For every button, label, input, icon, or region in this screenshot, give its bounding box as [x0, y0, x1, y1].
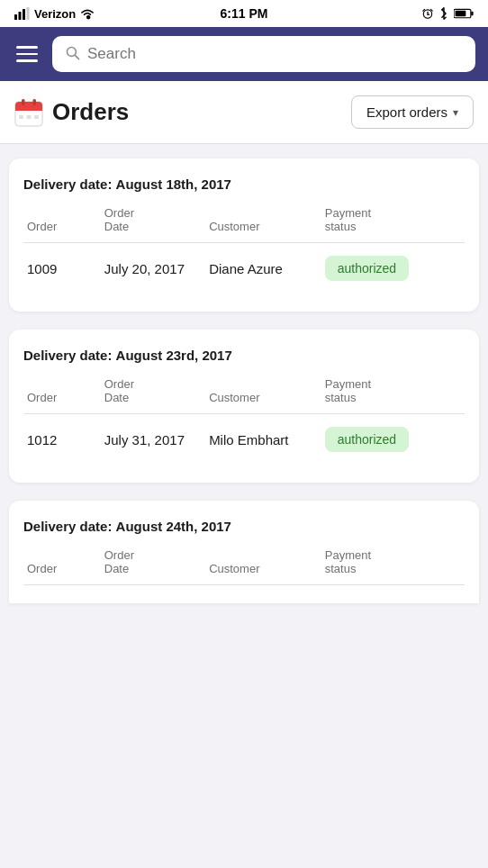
order-date: July 31, 2017: [101, 414, 205, 466]
delivery-date-label-3: Delivery date:: [23, 519, 112, 534]
orders-content: Delivery date: August 18th, 2017 Order O…: [0, 144, 488, 618]
col-header-orderdate-1: OrderDate: [101, 206, 205, 243]
svg-rect-3: [27, 7, 30, 20]
svg-rect-11: [471, 12, 473, 16]
svg-rect-2: [23, 9, 25, 20]
col-header-order-3: Order: [23, 548, 101, 585]
orders-table-2: Order OrderDate Customer Paymentstatus 1…: [23, 377, 465, 465]
hamburger-line: [16, 46, 38, 49]
table-header-row-2: Order OrderDate Customer Paymentstatus: [23, 377, 465, 414]
alarm-icon: [421, 7, 434, 20]
col-header-order-2: Order: [23, 377, 101, 414]
status-bar-left: Verizon: [14, 7, 95, 21]
table-header-row-3: Order OrderDate Customer Paymentstatus: [23, 548, 465, 585]
page-title-wrap: Orders: [14, 98, 129, 127]
search-icon: [65, 45, 80, 64]
order-date: July 20, 2017: [101, 243, 205, 294]
svg-rect-17: [15, 107, 42, 111]
carrier-label: Verizon: [34, 7, 76, 21]
order-customer: Diane Azure: [205, 243, 321, 294]
col-header-payment-2: Paymentstatus: [321, 377, 465, 414]
status-badge: authorized: [325, 256, 409, 281]
hamburger-line: [16, 59, 38, 62]
table-header-row-1: Order OrderDate Customer Paymentstatus: [23, 206, 465, 243]
svg-rect-0: [14, 14, 17, 20]
order-group-1: Delivery date: August 18th, 2017 Order O…: [9, 158, 479, 312]
col-header-customer-3: Customer: [205, 548, 321, 585]
svg-rect-12: [456, 11, 466, 16]
svg-rect-21: [27, 115, 32, 119]
status-bar-time: 6:11 PM: [221, 6, 268, 21]
page-header: Orders Export orders ▾: [0, 81, 488, 144]
col-header-payment-1: Paymentstatus: [321, 206, 465, 243]
page-title: Orders: [52, 98, 129, 126]
delivery-date-label-2: Delivery date:: [23, 348, 112, 363]
calendar-icon: [14, 98, 43, 127]
status-bar: Verizon 6:11 PM: [0, 0, 488, 27]
orders-table-3: Order OrderDate Customer Paymentstatus: [23, 548, 465, 585]
order-number: 1012: [23, 414, 101, 466]
svg-line-14: [75, 55, 78, 59]
order-number: 1009: [23, 243, 101, 294]
status-badge: authorized: [325, 427, 409, 452]
delivery-date-1: Delivery date: August 18th, 2017: [23, 176, 465, 192]
order-customer: Milo Embhart: [205, 414, 321, 466]
order-status: authorized: [321, 414, 465, 466]
svg-line-7: [423, 9, 425, 11]
status-bar-right: [421, 7, 474, 20]
svg-rect-22: [34, 115, 39, 119]
delivery-date-value-3: August 24th, 2017: [116, 519, 231, 534]
col-header-orderdate-3: OrderDate: [101, 548, 205, 585]
battery-icon: [454, 8, 474, 19]
svg-line-8: [431, 9, 433, 11]
order-group-2: Delivery date: August 23rd, 2017 Order O…: [9, 330, 479, 483]
search-input[interactable]: [87, 45, 463, 63]
table-row: 1009 July 20, 2017 Diane Azure authorize…: [23, 243, 465, 294]
bluetooth-icon: [439, 7, 448, 20]
search-bar[interactable]: [52, 36, 475, 72]
delivery-date-value-2: August 23rd, 2017: [116, 348, 232, 363]
svg-rect-19: [33, 99, 37, 105]
delivery-date-value-1: August 18th, 2017: [116, 176, 231, 192]
delivery-date-2: Delivery date: August 23rd, 2017: [23, 348, 465, 363]
col-header-customer-1: Customer: [205, 206, 321, 243]
svg-rect-20: [19, 115, 23, 119]
export-orders-label: Export orders: [366, 104, 447, 120]
delivery-date-3: Delivery date: August 24th, 2017: [23, 519, 465, 534]
nav-bar: [0, 27, 488, 81]
chevron-down-icon: ▾: [453, 106, 458, 119]
table-row: 1012 July 31, 2017 Milo Embhart authoriz…: [23, 414, 465, 466]
order-group-3: Delivery date: August 24th, 2017 Order O…: [9, 501, 479, 603]
col-header-customer-2: Customer: [205, 377, 321, 414]
delivery-date-label-1: Delivery date:: [23, 176, 112, 192]
export-orders-button[interactable]: Export orders ▾: [351, 95, 474, 129]
order-status: authorized: [321, 243, 465, 294]
svg-rect-18: [22, 99, 25, 105]
col-header-order-1: Order: [23, 206, 101, 243]
col-header-payment-3: Paymentstatus: [321, 548, 465, 585]
col-header-orderdate-2: OrderDate: [101, 377, 205, 414]
hamburger-line: [16, 53, 38, 56]
svg-rect-1: [19, 12, 22, 20]
orders-table-1: Order OrderDate Customer Paymentstatus 1…: [23, 206, 465, 294]
hamburger-button[interactable]: [13, 42, 41, 66]
signal-icon: [14, 7, 31, 20]
wifi-icon: [79, 7, 95, 20]
